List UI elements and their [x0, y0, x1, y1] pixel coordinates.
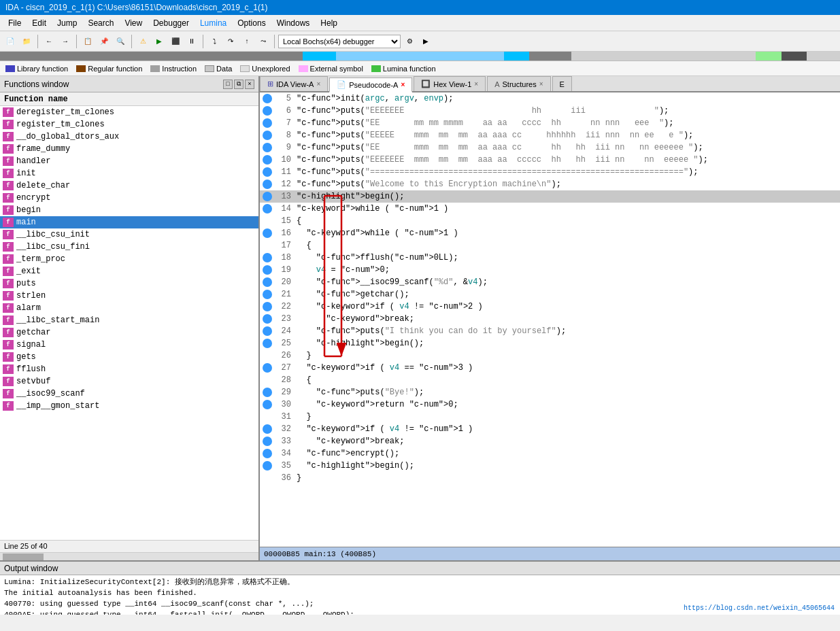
func-list-item[interactable]: fencrypt [0, 192, 258, 204]
func-list-item[interactable]: f__libc_csu_init [0, 228, 258, 241]
func-list-item[interactable]: falarm [0, 302, 258, 314]
legend-regular: Regular function [76, 65, 142, 73]
line-number: 26 [275, 349, 297, 362]
line-dot [263, 143, 272, 152]
menu-windows[interactable]: Windows [271, 17, 316, 29]
tab-pseudo-close[interactable]: × [401, 81, 405, 88]
line-code: "c-keyword">while ( "c-num">1 ) [297, 227, 458, 239]
line-number: 23 [275, 313, 297, 325]
code-line: 30 "c-keyword">return "c-num">0; [260, 398, 840, 411]
tb-sep3 [131, 35, 132, 48]
func-list-item[interactable]: fstrlen [0, 290, 258, 302]
func-icon: f [3, 377, 14, 386]
line-code: "c-highlight">begin(); [297, 337, 424, 349]
tb-dbg-start[interactable]: ▶ [418, 34, 433, 49]
tb-pause[interactable]: ⏸ [184, 34, 199, 49]
line-dot [263, 118, 272, 128]
func-list-item[interactable]: f__libc_csu_fini [0, 241, 258, 253]
line-code: "c-keyword">while ( "c-num">1 ) [297, 203, 448, 215]
menu-jump[interactable]: Jump [52, 17, 82, 29]
func-list-item[interactable]: ffflush [0, 363, 258, 375]
code-view[interactable]: 5"c-func">init(argc, argv, envp);6"c-fun… [260, 92, 840, 547]
func-list-item[interactable]: f_exit [0, 265, 258, 277]
func-list-item[interactable]: f__do_global_dtors_aux [0, 131, 258, 143]
func-hscroll-thumb[interactable] [3, 553, 44, 560]
func-list-item[interactable]: fbegin [0, 204, 258, 216]
bottom-right-link[interactable]: https://blog.csdn.net/weixin_45065644 [684, 604, 835, 612]
tb-stepout[interactable]: ↑ [239, 34, 254, 49]
func-list-item[interactable]: fgetchar [0, 326, 258, 339]
line-dot [263, 400, 272, 409]
menu-options[interactable]: Options [232, 17, 271, 29]
menu-file[interactable]: File [3, 17, 27, 29]
tb-dbg-settings[interactable]: ⚙ [402, 34, 417, 49]
tb-find[interactable]: 🔍 [113, 34, 128, 49]
tb-open[interactable]: 📁 [19, 34, 34, 49]
func-list-item[interactable]: fgets [0, 351, 258, 363]
tb-runto[interactable]: ⤳ [256, 34, 271, 49]
tab-hex-view[interactable]: 🔲 Hex View-1 × [414, 76, 486, 91]
panel-restore-btn[interactable]: □ [223, 80, 233, 89]
func-list-item[interactable]: fframe_dummy [0, 143, 258, 155]
func-list-item[interactable]: fputs [0, 277, 258, 290]
func-name: __imp__gmon_start [16, 401, 99, 411]
tb-stop[interactable]: ⬛ [168, 34, 183, 49]
menu-search[interactable]: Search [82, 17, 119, 29]
legend-instruction-label: Instruction [162, 65, 197, 73]
line-number: 12 [275, 178, 297, 190]
code-line: 10"c-func">puts("EEEEEEE mmm mm mm aaa a… [260, 154, 840, 166]
func-name: puts [16, 279, 36, 288]
func-list-item[interactable]: fregister_tm_clones [0, 118, 258, 131]
tab-hex-close[interactable]: × [474, 80, 478, 88]
func-list-item[interactable]: fsetvbuf [0, 375, 258, 388]
tb-new[interactable]: 📄 [3, 34, 18, 49]
menu-lumina[interactable]: Lumina [195, 17, 232, 29]
func-list-item[interactable]: fderegister_tm_clones [0, 106, 258, 118]
tb-fwd[interactable]: → [58, 34, 73, 49]
func-list[interactable]: fderegister_tm_clonesfregister_tm_clones… [0, 106, 258, 540]
tb-stepover[interactable]: ↷ [223, 34, 238, 49]
func-list-item[interactable]: fsignal [0, 339, 258, 351]
tab-struct-close[interactable]: × [539, 80, 543, 88]
tb-copy[interactable]: 📋 [80, 34, 95, 49]
line-dot [263, 412, 272, 422]
tab-extra-label: E [560, 80, 565, 88]
menu-help[interactable]: Help [315, 17, 343, 29]
func-list-item[interactable]: fhandler [0, 155, 258, 167]
func-list-item[interactable]: finit [0, 167, 258, 180]
func-list-item[interactable]: fdelete_char [0, 180, 258, 192]
menu-edit[interactable]: Edit [27, 17, 52, 29]
code-line: 14"c-keyword">while ( "c-num">1 ) [260, 203, 840, 215]
tb-sep5 [274, 35, 275, 48]
code-line: 12"c-func">puts("Welcome to this Encrypt… [260, 178, 840, 190]
func-list-item[interactable]: f_term_proc [0, 253, 258, 265]
line-code: } [297, 411, 312, 423]
menu-debugger[interactable]: Debugger [148, 17, 195, 29]
func-list-item[interactable]: fmain [0, 216, 258, 228]
tb-back[interactable]: ← [41, 34, 56, 49]
tab-ida-close[interactable]: × [316, 80, 320, 88]
tab-ida-view[interactable]: ⊞ IDA View-A × [260, 76, 328, 91]
legend-external-label: External symbol [310, 65, 363, 73]
tab-structures[interactable]: A Structures × [487, 76, 550, 91]
code-status: 00000B85 main:13 (400B85) [260, 547, 840, 560]
code-line: 8"c-func">puts("EEEEE mmm mm mm aa aaa c… [260, 129, 840, 141]
tb-warn[interactable]: ⚠ [135, 34, 150, 49]
line-code: "c-highlight">begin(); [297, 460, 414, 472]
panel-close-btn[interactable]: × [245, 80, 254, 89]
func-list-item[interactable]: f__libc_start_main [0, 314, 258, 326]
func-hscroll[interactable] [0, 552, 258, 560]
panel-float-btn[interactable]: ⧉ [234, 80, 243, 89]
debugger-combo[interactable]: Local Bochs(x64) debugger [278, 35, 401, 48]
func-list-item[interactable]: f__imp__gmon_start [0, 400, 258, 412]
tab-pseudocode[interactable]: 📄 Pseudocode-A × [329, 78, 412, 92]
tab-extra[interactable]: E [552, 76, 572, 91]
func-list-item[interactable]: f__isoc99_scanf [0, 388, 258, 400]
tab-hex-label: Hex View-1 [433, 80, 471, 88]
menu-view[interactable]: View [119, 17, 148, 29]
func-name: __libc_start_main [16, 316, 99, 325]
legend-bar: Library function Regular function Instru… [0, 61, 840, 76]
tb-paste[interactable]: 📌 [97, 34, 112, 49]
tb-run[interactable]: ▶ [152, 34, 167, 49]
tb-step[interactable]: ⤵ [207, 34, 222, 49]
